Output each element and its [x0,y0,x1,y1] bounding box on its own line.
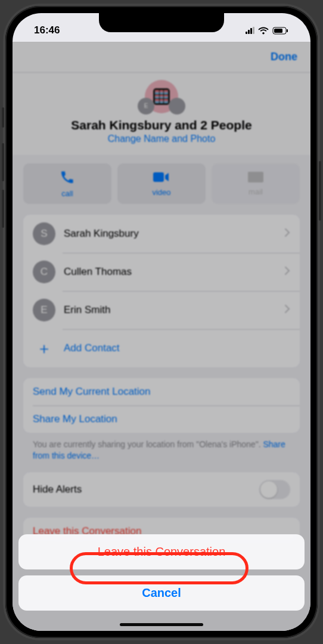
svg-rect-2 [287,29,288,32]
leave-conversation-button[interactable]: Leave this Conversation [18,534,305,569]
signal-icon [246,27,254,34]
home-indicator[interactable] [120,623,203,626]
cancel-button[interactable]: Cancel [18,575,305,611]
svg-rect-1 [274,29,282,33]
battery-icon [272,27,289,35]
action-sheet: Leave this Conversation Cancel [18,534,305,617]
status-time: 16:46 [34,24,60,36]
wifi-icon [258,27,269,35]
notch [99,13,224,32]
